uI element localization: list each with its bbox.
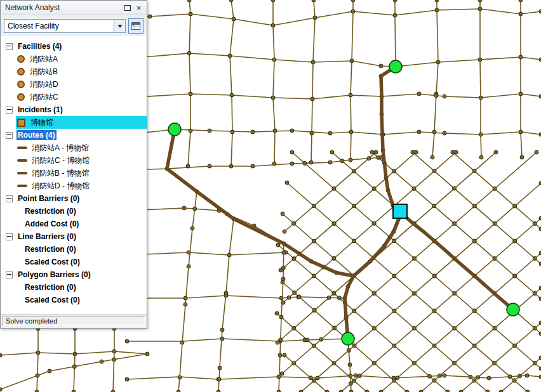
float-window-button[interactable] <box>122 3 133 13</box>
tree-label: Scaled Cost (0) <box>23 295 81 305</box>
incident-icon <box>17 119 25 127</box>
collapse-icon[interactable] <box>6 195 13 202</box>
close-button[interactable]: × <box>133 3 144 13</box>
collapse-icon[interactable] <box>6 107 13 114</box>
tree-label: Polygon Barriers (0) <box>17 270 92 280</box>
na-tree: Facilities (4)消防站A消防站B消防站D消防站CIncidents … <box>1 36 147 314</box>
facility-marker-2[interactable] <box>342 332 354 345</box>
tree-subcategory-14[interactable]: Added Cost (0) <box>1 218 147 230</box>
status-bar: Solve completed <box>1 314 147 328</box>
tree-item-route-9[interactable]: 消防站C - 博物馆 <box>1 154 147 167</box>
tree-label: Scaled Cost (0) <box>23 257 81 267</box>
route-line-2[interactable] <box>345 216 400 339</box>
tree-label: 消防站A <box>29 53 59 65</box>
tree-category-12[interactable]: Point Barriers (0) <box>1 192 147 205</box>
tree-label: 消防站C <box>29 91 60 103</box>
tree-label: Added Cost (0) <box>23 219 80 229</box>
facility-marker-0[interactable] <box>389 60 402 73</box>
tree-subcategory-20[interactable]: Scaled Cost (0) <box>1 294 147 306</box>
tree-subcategory-13[interactable]: Restriction (0) <box>1 205 147 218</box>
facility-marker-3[interactable] <box>507 303 519 316</box>
tree-label: Restriction (0) <box>23 244 77 254</box>
chevron-down-icon[interactable] <box>114 20 125 32</box>
tree-label: Restriction (0) <box>23 206 77 216</box>
collapse-icon[interactable] <box>6 233 13 240</box>
tree-label: 消防站D - 博物馆 <box>30 180 91 192</box>
network-analyst-window-icon <box>131 21 141 31</box>
collapse-icon[interactable] <box>6 43 13 50</box>
tree-label: 消防站C - 博物馆 <box>30 155 91 167</box>
analysis-layer-dropdown[interactable]: Closest Facility <box>4 19 126 33</box>
tree-label: 博物馆 <box>29 117 55 129</box>
tree-item-route-10[interactable]: 消防站B - 博物馆 <box>1 167 147 180</box>
tree-label: Restriction (0) <box>23 282 77 292</box>
route-icon <box>17 172 27 174</box>
route-line-0[interactable] <box>381 67 399 214</box>
tree-label: Line Barriers (0) <box>17 232 77 242</box>
tree-item-facility-1[interactable]: 消防站A <box>1 53 147 65</box>
tree-label: 消防站D <box>29 79 60 91</box>
analysis-layer-value: Closest Facility <box>4 20 114 32</box>
tree-item-facility-2[interactable]: 消防站B <box>1 65 147 78</box>
tree-item-facility-3[interactable]: 消防站D <box>1 78 147 91</box>
facility-icon <box>17 68 25 75</box>
facility-icon <box>17 81 25 88</box>
facility-icon <box>17 93 25 101</box>
collapse-icon[interactable] <box>6 132 13 139</box>
tree-item-route-11[interactable]: 消防站D - 博物馆 <box>1 180 147 192</box>
tree-item-incident-6[interactable]: 博物馆 <box>1 116 147 129</box>
facility-icon <box>17 55 25 63</box>
panel-title: Network Analyst <box>5 3 121 12</box>
route-icon <box>17 159 27 162</box>
tree-label: 消防站A - 博物馆 <box>30 142 90 154</box>
tree-label: Routes (4) <box>17 130 57 140</box>
network-analyst-window-button[interactable] <box>128 18 144 34</box>
network-analyst-panel: Network Analyst × Closest Facility Facil… <box>0 0 147 329</box>
tree-category-18[interactable]: Polygon Barriers (0) <box>1 268 147 281</box>
tree-subcategory-16[interactable]: Restriction (0) <box>1 243 147 256</box>
tree-subcategory-19[interactable]: Restriction (0) <box>1 281 147 294</box>
facility-marker-1[interactable] <box>168 123 181 136</box>
route-icon <box>17 147 27 149</box>
tree-item-route-8[interactable]: 消防站A - 博物馆 <box>1 141 147 154</box>
panel-titlebar[interactable]: Network Analyst × <box>1 1 147 15</box>
tree-label: Incidents (1) <box>17 105 64 115</box>
square-icon <box>124 5 131 11</box>
tree-category-7[interactable]: Routes (4) <box>1 129 147 141</box>
tree-label: 消防站B - 博物馆 <box>30 167 91 180</box>
route-icon <box>17 185 27 187</box>
collapse-icon[interactable] <box>6 271 13 278</box>
panel-toolbar: Closest Facility <box>1 15 147 36</box>
tree-category-0[interactable]: Facilities (4) <box>1 40 147 53</box>
tree-label: Facilities (4) <box>17 41 63 51</box>
status-text: Solve completed <box>3 317 145 326</box>
incident-marker[interactable] <box>393 204 407 218</box>
tree-item-facility-4[interactable]: 消防站C <box>1 91 147 103</box>
tree-category-5[interactable]: Incidents (1) <box>1 103 147 116</box>
tree-subcategory-17[interactable]: Scaled Cost (0) <box>1 256 147 268</box>
tree-label: 消防站B <box>29 66 59 78</box>
tree-label: Point Barriers (0) <box>17 193 81 204</box>
tree-category-15[interactable]: Line Barriers (0) <box>1 230 147 243</box>
